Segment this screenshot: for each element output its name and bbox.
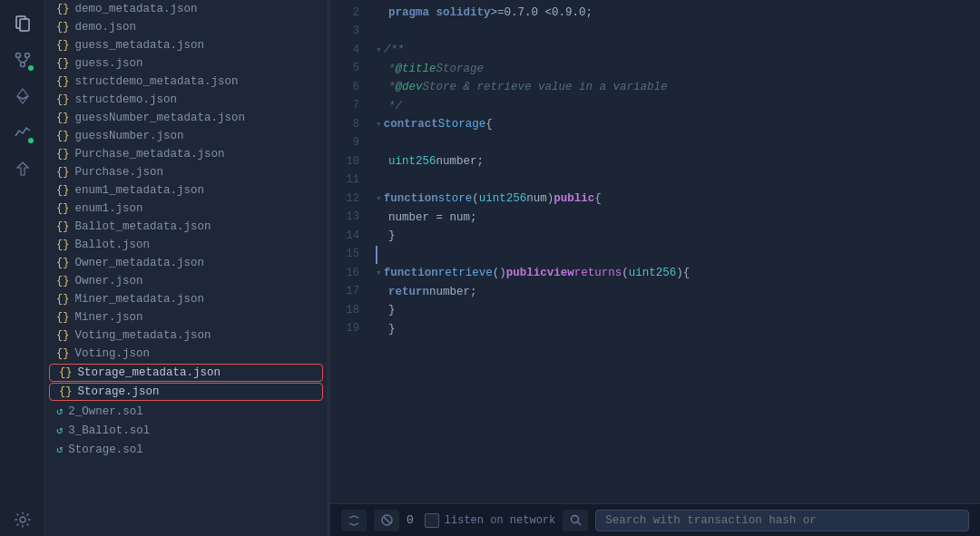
code-token: @title: [396, 63, 436, 75]
svg-line-9: [383, 517, 390, 524]
code-line-8: ▾ contract Storage {: [376, 115, 980, 134]
svg-line-11: [577, 522, 581, 526]
listen-toggle[interactable]: listen on network: [425, 513, 555, 528]
sidebar-icons: [0, 0, 45, 536]
code-token: }: [388, 230, 396, 242]
file-item-ballot-json[interactable]: {} Ballot.json: [45, 236, 327, 254]
line-num-10: 10: [330, 152, 359, 171]
svg-point-10: [571, 516, 578, 523]
code-token: */: [388, 101, 402, 112]
line-numbers: 2345678910111213141516171819: [330, 0, 368, 503]
file-item-guessnumber-metadata-json[interactable]: {} guessNumber_metadata.json: [45, 109, 327, 127]
code-line-9: [376, 134, 980, 153]
code-line-15: [376, 246, 980, 265]
listen-label: listen on network: [445, 514, 555, 527]
code-token: Storage: [436, 63, 485, 75]
code-token: /**: [384, 44, 405, 56]
file-name: guess.json: [74, 57, 142, 70]
code-line-10: uint256 number;: [376, 152, 980, 171]
file-name: demo_metadata.json: [74, 3, 197, 15]
file-item-purchase-json[interactable]: {} Purchase.json: [45, 163, 327, 181]
file-item-enum1-metadata-json[interactable]: {} enum1_metadata.json: [45, 181, 327, 200]
file-item-demo-metadata-json[interactable]: {} demo_metadata.json: [45, 0, 327, 18]
json-file-icon: {}: [56, 347, 69, 360]
svg-point-2: [15, 54, 20, 58]
code-token: >=0.7.0 <0.9.0;: [491, 7, 593, 19]
json-file-icon: {}: [56, 148, 69, 161]
code-token: public: [554, 193, 594, 205]
file-item-3-ballot-sol[interactable]: ↺ 3_Ballot.sol: [45, 421, 327, 440]
search-icon-btn[interactable]: [563, 510, 588, 531]
file-item-miner-json[interactable]: {} Miner.json: [45, 308, 327, 326]
file-item-purchase-metadata-json[interactable]: {} Purchase_metadata.json: [45, 145, 327, 163]
line-num-12: 12: [330, 190, 359, 209]
line-num-19: 19: [330, 320, 359, 339]
file-item-guessnumber-json[interactable]: {} guessNumber.json: [45, 127, 327, 145]
code-token: store: [438, 193, 473, 205]
code-token: contract: [384, 119, 438, 131]
fold-arrow[interactable]: ▾: [376, 268, 382, 278]
fold-arrow[interactable]: ▾: [376, 45, 382, 55]
code-line-16: ▾ function retrieve() public view return…: [376, 264, 980, 283]
json-file-icon: {}: [59, 366, 72, 379]
files-icon-btn[interactable]: [6, 7, 39, 40]
fold-arrow[interactable]: ▾: [376, 194, 382, 204]
analytics-icon-btn[interactable]: [6, 116, 39, 149]
code-token: *: [388, 63, 396, 75]
deploy-icon-btn[interactable]: [6, 152, 39, 185]
file-item-demo-json[interactable]: {} demo.json: [45, 18, 327, 36]
file-item-miner-metadata-json[interactable]: {} Miner_metadata.json: [45, 290, 327, 308]
file-name: Miner.json: [74, 311, 142, 324]
code-line-6: * @dev Store & retrieve value in a varia…: [376, 78, 980, 97]
code-line-14: }: [376, 227, 980, 246]
json-file-icon: {}: [56, 257, 69, 269]
code-token: {: [594, 193, 602, 205]
status-bar: 0 listen on network: [330, 503, 980, 536]
stop-button[interactable]: [374, 510, 399, 531]
code-token: {: [485, 119, 493, 131]
line-num-6: 6: [330, 78, 359, 97]
file-item-voting-metadata-json[interactable]: {} Voting_metadata.json: [45, 326, 327, 345]
file-item-storage-sol[interactable]: ↺ Storage.sol: [45, 440, 327, 459]
file-item-structdemo-metadata-json[interactable]: {} structdemo_metadata.json: [45, 73, 327, 91]
json-file-icon: {}: [56, 166, 69, 179]
file-name: guessNumber.json: [74, 130, 183, 142]
file-item-guess-metadata-json[interactable]: {} guess_metadata.json: [45, 36, 327, 54]
file-item-guess-json[interactable]: {} guess.json: [45, 54, 327, 73]
file-item-owner-json[interactable]: {} Owner.json: [45, 272, 327, 290]
git-icon-btn[interactable]: [6, 44, 39, 76]
line-num-13: 13: [330, 209, 359, 228]
file-name: enum1_metadata.json: [74, 184, 204, 197]
json-file-icon: {}: [56, 329, 69, 342]
settings-icon-btn[interactable]: [6, 503, 39, 536]
git-badge: [26, 63, 35, 73]
code-line-12: ▾ function store(uint256 num) public {: [376, 190, 980, 209]
file-name: guessNumber_metadata.json: [74, 112, 245, 124]
code-token: Storage: [438, 119, 486, 131]
file-item-2-owner-sol[interactable]: ↺ 2_Owner.sol: [45, 402, 327, 421]
code-token: returns: [574, 268, 622, 279]
json-file-icon: {}: [56, 21, 69, 34]
json-file-icon: {}: [56, 39, 69, 52]
file-item-enum1-json[interactable]: {} enum1.json: [45, 200, 327, 218]
code-token: }: [388, 324, 396, 336]
file-name: Owner.json: [74, 275, 142, 287]
code-line-11: [376, 171, 980, 190]
toggle-checkbox[interactable]: [425, 513, 439, 528]
ethereum-icon-btn[interactable]: [6, 80, 39, 112]
file-item-voting-json[interactable]: {} Voting.json: [45, 345, 327, 363]
file-name: Voting_metadata.json: [74, 329, 211, 342]
search-input[interactable]: [595, 510, 969, 531]
code-token: public: [506, 268, 547, 279]
file-item-structdemo-json[interactable]: {} structdemo.json: [45, 91, 327, 109]
json-file-icon: {}: [56, 293, 69, 306]
file-item-ballot-metadata-json[interactable]: {} Ballot_metadata.json: [45, 218, 327, 236]
file-name: Storage.json: [77, 385, 159, 398]
file-item-storage-metadata-json[interactable]: {} Storage_metadata.json: [49, 364, 323, 382]
collapse-button[interactable]: [341, 510, 367, 531]
file-item-storage-json[interactable]: {} Storage.json: [49, 383, 323, 401]
file-item-owner-metadata-json[interactable]: {} Owner_metadata.json: [45, 254, 327, 272]
fold-arrow[interactable]: ▾: [376, 120, 382, 130]
json-file-icon: {}: [56, 184, 69, 197]
json-file-icon: {}: [56, 112, 69, 124]
